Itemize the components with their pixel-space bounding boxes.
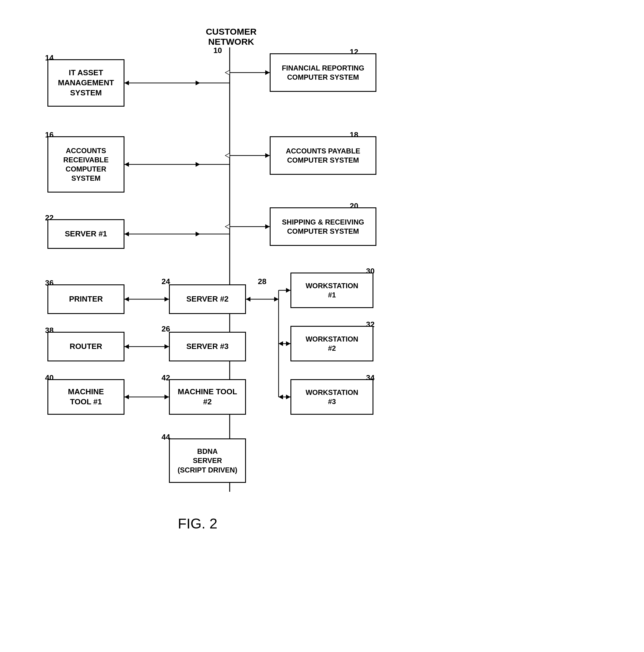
- svg-marker-31: [125, 395, 129, 399]
- fig-label: FIG. 2: [178, 515, 217, 532]
- svg-marker-45: [286, 341, 290, 346]
- svg-marker-2: [125, 81, 129, 85]
- ref-28: 28: [258, 277, 266, 286]
- svg-marker-27: [125, 344, 129, 349]
- financial-box: FINANCIAL REPORTINGCOMPUTER SYSTEM: [270, 53, 377, 92]
- it-asset-box: IT ASSETMANAGEMENTSYSTEM: [47, 59, 125, 107]
- svg-marker-24: [164, 297, 169, 302]
- svg-marker-16: [225, 224, 230, 229]
- svg-marker-20: [196, 232, 200, 236]
- bdna-box: BDNASERVER(SCRIPT DRIVEN): [169, 438, 246, 483]
- machine1-box: MACHINETOOL #1: [47, 379, 125, 415]
- svg-marker-23: [125, 297, 129, 302]
- ws1-box: WORKSTATION#1: [290, 273, 373, 308]
- svg-marker-9: [125, 162, 129, 167]
- svg-marker-6: [225, 70, 230, 75]
- server3-box: SERVER #3: [169, 332, 246, 361]
- accts-recv-box: ACCOUNTSRECEIVABLECOMPUTERSYSTEM: [47, 136, 125, 193]
- ws2-box: WORKSTATION#2: [290, 326, 373, 361]
- ref-10: 10: [213, 46, 222, 55]
- svg-marker-10: [196, 162, 200, 167]
- svg-marker-32: [164, 395, 169, 399]
- svg-marker-17: [265, 224, 270, 229]
- svg-marker-13: [225, 153, 230, 158]
- ws3-box: WORKSTATION#3: [290, 379, 373, 415]
- network-label: CUSTOMER NETWORK: [192, 27, 270, 47]
- svg-marker-19: [125, 232, 129, 236]
- diagram-container: CUSTOMER NETWORK 10 14 IT ASSETMANAGEMEN…: [24, 18, 616, 610]
- svg-marker-42: [286, 288, 290, 293]
- machine2-box: MACHINE TOOL#2: [169, 379, 246, 415]
- svg-marker-7: [265, 70, 270, 75]
- server1-box: SERVER #1: [47, 219, 125, 249]
- svg-marker-44: [279, 341, 283, 346]
- router-box: ROUTER: [47, 332, 125, 361]
- svg-marker-38: [246, 297, 251, 302]
- connections-svg: [24, 18, 616, 610]
- svg-marker-28: [164, 344, 169, 349]
- svg-marker-39: [274, 297, 279, 302]
- svg-marker-47: [279, 395, 283, 399]
- svg-marker-48: [286, 395, 290, 399]
- printer-box: PRINTER: [47, 284, 125, 314]
- accts-pay-box: ACCOUNTS PAYABLECOMPUTER SYSTEM: [270, 136, 377, 175]
- svg-marker-14: [265, 153, 270, 158]
- server2-box: SERVER #2: [169, 284, 246, 314]
- svg-marker-3: [196, 81, 200, 85]
- shipping-box: SHIPPING & RECEIVINGCOMPUTER SYSTEM: [270, 207, 377, 246]
